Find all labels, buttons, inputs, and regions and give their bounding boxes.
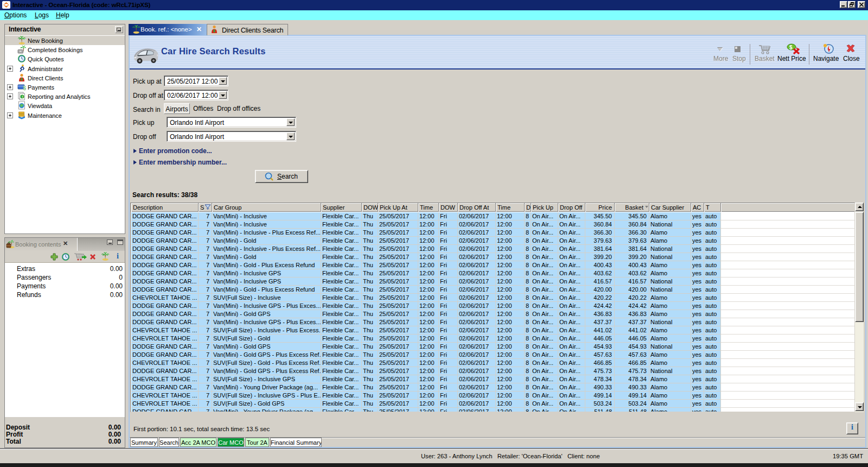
svg-text:$: $ — [789, 45, 793, 51]
svg-text:$: $ — [23, 85, 27, 91]
svg-text:!: ! — [22, 95, 23, 99]
